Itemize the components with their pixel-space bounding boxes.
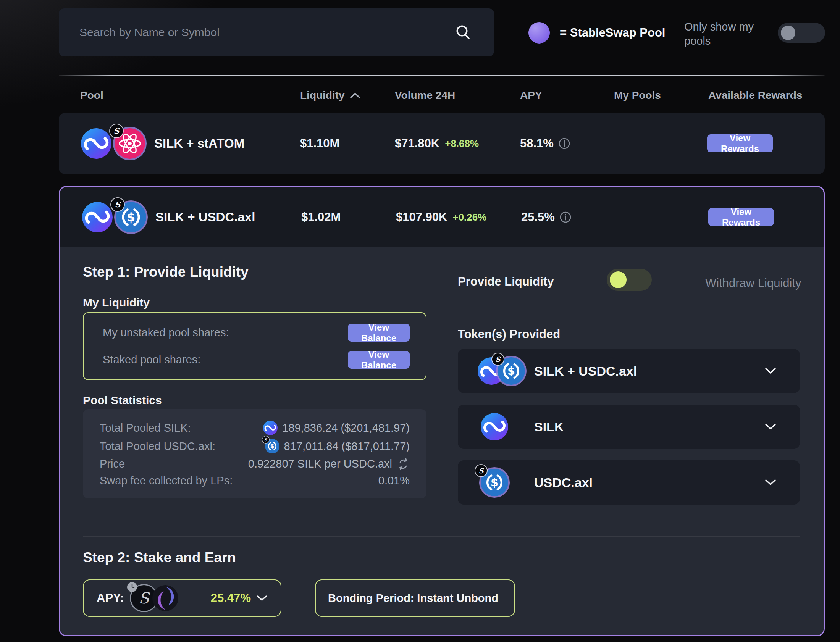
only-show-my-pools-toggle[interactable]: [778, 23, 825, 43]
stableswap-pool-dot-icon: [529, 22, 550, 44]
stableswap-legend: = StableSwap Pool: [529, 22, 665, 44]
pool-detail-panel: Step 1: Provide Liquidity My Liquidity M…: [60, 247, 824, 635]
tokens-provided-title: Token(s) Provided: [458, 327, 560, 341]
bonding-period-label: Bonding Period:: [328, 592, 414, 605]
search-bar[interactable]: [59, 8, 494, 57]
pool-liquidity: $1.10M: [300, 113, 339, 174]
pool-statistics-title: Pool Statistics: [83, 394, 162, 407]
pool-name: SILK + USDC.axl: [156, 187, 255, 247]
stat-total-pooled-silk: Total Pooled SILK: 189,836.24 ($201,481.…: [100, 421, 410, 435]
chevron-down-icon: [764, 478, 777, 486]
shade-wrapped-badge-icon: S: [110, 125, 123, 138]
expanded-pool-card-silk-usdc: S SILK + USDC.axl $1.02M $107.90K +0.26%…: [59, 186, 825, 636]
usdc-token-icon: S: [481, 469, 508, 496]
shade-wrapped-badge-icon: S: [492, 353, 504, 365]
shadeswap-pools-page: = StableSwap Pool Only show my pools Poo…: [0, 0, 840, 642]
token-dropdown-usdc[interactable]: S USDC.axl: [458, 460, 800, 504]
silk-token-icon: [481, 413, 508, 441]
view-balance-staked-button[interactable]: View Balance: [348, 351, 410, 369]
chevron-down-icon: [256, 594, 268, 602]
shade-token-icon: [152, 585, 178, 611]
pool-volume: $71.80K +8.68%: [395, 113, 479, 174]
staking-apy-dropdown[interactable]: APY: S 25.47%: [83, 579, 281, 617]
column-header-pool: Pool: [80, 89, 104, 102]
view-rewards-button[interactable]: View Rewards: [708, 208, 774, 226]
pool-row-silk-usdc[interactable]: S SILK + USDC.axl $1.02M $107.90K +0.26%…: [60, 187, 824, 247]
view-rewards-button[interactable]: View Rewards: [707, 135, 773, 152]
pool-liquidity: $1.02M: [301, 187, 341, 247]
provide-withdraw-toggle[interactable]: [607, 269, 652, 291]
stableswap-legend-label: = StableSwap Pool: [560, 26, 665, 40]
pool-volume: $107.90K +0.26%: [396, 187, 486, 247]
my-liquidity-box: My unstaked pool shares: View Balance St…: [83, 312, 426, 380]
shade-wrapped-badge-icon: S: [475, 465, 487, 477]
token-dropdown-pair[interactable]: S SILK + USDC.axl: [458, 349, 800, 393]
pool-row-silk-statom[interactable]: S SILK + stATOM $1.10M $71.80K +8.68% 58…: [59, 113, 825, 174]
toggle-knob: [781, 26, 795, 40]
usdc-token-icon: S: [498, 357, 525, 385]
volume-change-badge: +0.26%: [452, 211, 486, 223]
search-input[interactable]: [79, 26, 454, 39]
staked-shares-row: Staked pool shares: View Balance: [103, 351, 410, 369]
provide-liquidity-label: Provide Liquidity: [458, 275, 554, 289]
pool-apy: 58.1%: [520, 113, 571, 174]
stat-price: Price 0.922807 SILK per USDC.axl: [100, 458, 410, 471]
unstaked-shares-row: My unstaked pool shares: View Balance: [103, 324, 410, 342]
invert-price-icon[interactable]: [397, 458, 410, 471]
header-divider: [59, 75, 825, 76]
pool-apy: 25.5%: [521, 187, 572, 247]
view-balance-unstaked-button[interactable]: View Balance: [348, 324, 410, 342]
stat-total-pooled-usdc: Total Pooled USDC.axl: S 817,011.84 ($81…: [100, 439, 410, 454]
column-header-apy: APY: [520, 89, 542, 102]
sort-ascending-icon[interactable]: [349, 92, 361, 99]
column-header-liquidity[interactable]: Liquidity: [300, 89, 361, 102]
unstaked-shares-label: My unstaked pool shares:: [103, 326, 229, 339]
silk-token-icon: [81, 128, 112, 159]
shade-wrapped-badge-icon: S: [262, 436, 269, 443]
pool-name: SILK + stATOM: [154, 113, 244, 174]
section-divider: [83, 536, 800, 537]
clock-badge-icon: [127, 582, 137, 592]
search-icon[interactable]: [454, 24, 472, 41]
staked-shares-label: Staked pool shares:: [103, 353, 201, 366]
volume-change-badge: +8.68%: [445, 138, 479, 150]
step2-title: Step 2: Stake and Earn: [83, 550, 236, 566]
chevron-down-icon: [764, 423, 777, 431]
column-header-available-rewards: Available Rewards: [708, 89, 802, 102]
bonding-period-box: Bonding Period: Instant Unbond: [315, 579, 515, 617]
chevron-down-icon: [764, 367, 777, 375]
column-header-volume: Volume 24H: [395, 89, 455, 102]
staking-apy-value: 25.47%: [211, 591, 251, 605]
withdraw-liquidity-label[interactable]: Withdraw Liquidity: [705, 276, 801, 290]
usdc-token-icon: S: [116, 202, 146, 232]
apy-label: APY:: [97, 591, 124, 605]
silk-token-icon: [263, 421, 277, 435]
column-header-my-pools: My Pools: [614, 89, 661, 102]
stat-swap-fee: Swap fee collected by LPs: 0.01%: [100, 475, 410, 487]
my-liquidity-title: My Liquidity: [83, 296, 150, 309]
token-dropdown-silk[interactable]: SILK: [458, 405, 800, 449]
apy-info-icon[interactable]: [559, 211, 572, 223]
apy-info-icon[interactable]: [558, 138, 571, 150]
usdc-token-icon: S: [265, 439, 279, 454]
bonding-period-value: Instant Unbond: [417, 592, 498, 605]
shade-wrapped-badge-icon: S: [111, 198, 124, 211]
silk-token-icon: [82, 202, 113, 232]
only-show-my-pools-label: Only show my pools: [684, 20, 762, 48]
statom-token-icon: S: [115, 128, 145, 159]
pool-statistics-box: Total Pooled SILK: 189,836.24 ($201,481.…: [83, 409, 426, 498]
toggle-knob: [610, 271, 627, 288]
step1-title: Step 1: Provide Liquidity: [83, 264, 248, 280]
